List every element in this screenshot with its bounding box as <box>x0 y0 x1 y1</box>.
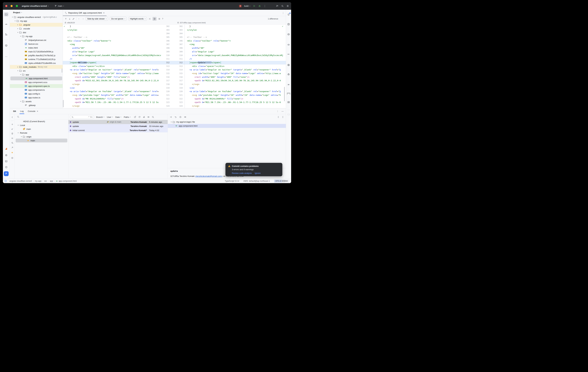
tree-item-my-app[interactable]: ▾my-app <box>10 19 63 23</box>
prev-change-button[interactable] <box>65 18 67 20</box>
match-case-toggle[interactable]: Cc <box>90 116 93 118</box>
tree-item-assets[interactable]: ▾assets <box>10 100 63 103</box>
tree-item-runtime.771c5fa6dd11d129.js[interactable]: JSruntime.771c5fa6dd11d129.js <box>10 57 63 61</box>
project-panel-header[interactable]: Project▾ <box>10 10 63 15</box>
diff-code-area[interactable]: ✓✓ ✓✓ }302302 }</style>303303</style>304… <box>63 25 286 108</box>
ui-designer-icon[interactable] <box>286 32 291 36</box>
favorite-star-icon[interactable]: ★ <box>11 151 13 154</box>
settings-button[interactable] <box>286 5 289 7</box>
history-clock-icon[interactable] <box>179 116 181 118</box>
tree-item-app.component.scss[interactable]: SAapp.component.scss <box>10 80 63 84</box>
git-icon[interactable] <box>4 171 9 176</box>
open-new-tab-icon[interactable] <box>134 116 136 118</box>
breadcrumb-item[interactable]: app.component.html <box>59 180 77 182</box>
vcs-widget[interactable]: main▾ <box>54 5 64 7</box>
breadcrumb-item[interactable]: app <box>50 180 53 182</box>
tree-item-dist[interactable]: ▾dist <box>10 30 63 34</box>
more-actions-button[interactable]: ⋮ <box>264 5 266 8</box>
log-search-input[interactable]: .*Cc <box>70 115 94 119</box>
tree-item-app.component.spec.ts[interactable]: TSapp.component.spec.ts <box>10 84 63 88</box>
tree-item-main.51718165e0e5f094.js[interactable]: JSmain.51718165e0e5f094.js <box>10 50 63 53</box>
tab-console[interactable]: Console✕ <box>28 108 38 114</box>
tree-item-app.config.ts[interactable]: TSapp.config.ts <box>10 92 63 96</box>
filter-paths[interactable]: Paths▾ <box>124 116 131 118</box>
tree-item-index.html[interactable]: <>index.html <box>10 46 63 50</box>
breadcrumb-item[interactable]: my-app <box>35 180 42 182</box>
filter-date[interactable]: Date▾ <box>115 116 121 118</box>
terminal-icon[interactable] <box>4 159 9 163</box>
preview-eye-icon[interactable] <box>184 116 186 118</box>
jump-to-source-icon[interactable] <box>170 116 172 118</box>
tree-item-favicon.ico[interactable]: favicon.ico <box>10 42 63 46</box>
tree-item-app.component.ts[interactable]: TSapp.component.ts <box>10 88 63 92</box>
problems-icon[interactable] <box>4 165 9 169</box>
changed-file-row[interactable]: <>app.component.html <box>168 124 286 128</box>
commit-row[interactable]: Initial commitTeruhiro Komaki*Today 4:32 <box>68 128 168 132</box>
expand-arrow-icon[interactable] <box>11 146 13 149</box>
close-icon[interactable]: ✕ <box>37 110 38 112</box>
json-braces-icon[interactable]: { } <box>286 112 291 116</box>
tree-item-src[interactable]: ▾src <box>10 69 63 73</box>
minimize-window-button[interactable] <box>10 5 13 7</box>
add-branch-icon[interactable] <box>11 123 13 125</box>
fetch-arrows-icon[interactable] <box>11 137 13 139</box>
tree-item-my-app[interactable]: ▾my-app <box>10 34 63 38</box>
toolwindow-options-icon[interactable]: ⋮ <box>277 110 279 112</box>
device-manager-icon[interactable] <box>286 63 291 67</box>
project-scrollbar[interactable] <box>62 69 62 73</box>
tree-item-styles.ef46db3751d8e999.css[interactable]: S3styles.ef46db3751d8e999.css <box>10 61 63 65</box>
regex-toggle[interactable]: .* <box>88 116 89 118</box>
review-code-analysis-link[interactable]: Review code analysis <box>232 172 252 174</box>
debug-button[interactable] <box>258 5 261 7</box>
changed-files-group[interactable]: ▾my-app/src/app1 file <box>168 120 286 124</box>
search-icon[interactable] <box>11 142 13 144</box>
branch-item-HEAD (Current Branch)[interactable]: HEAD (Current Branch) <box>15 120 68 123</box>
edit-source-button[interactable] <box>72 18 75 20</box>
rollback-icon[interactable] <box>175 116 177 118</box>
right-pane-scrollbar[interactable] <box>284 87 285 101</box>
tree-item-polyfills.4aecfb127e78c0d2.js[interactable]: JSpolyfills.4aecfb127e78c0d2.js <box>10 53 63 57</box>
layers-icon[interactable] <box>286 72 291 76</box>
branch-search-field[interactable] <box>15 114 68 120</box>
project-folder-icon[interactable] <box>4 12 9 16</box>
eye-icon[interactable] <box>147 116 149 118</box>
breadcrumb-item[interactable]: src <box>44 180 47 182</box>
tree-item-.vscode[interactable]: ▸.vscode <box>10 27 63 30</box>
hide-toolwindow-icon[interactable]: — <box>282 110 284 112</box>
run-button[interactable] <box>253 5 255 7</box>
branch-item-Remote[interactable]: ▾Remote <box>15 131 68 135</box>
diff-settings-button[interactable] <box>158 18 160 20</box>
expand-all-icon[interactable] <box>277 116 279 118</box>
packages-icon[interactable] <box>4 43 9 48</box>
highlight-policy-dropdown[interactable]: Highlight words▾ <box>128 17 147 21</box>
branch-item-main[interactable]: main <box>15 127 68 131</box>
forward-button[interactable] <box>82 18 84 20</box>
tree-item-.gitkeep[interactable]: .gitkeep <box>10 103 63 107</box>
search-everywhere-button[interactable] <box>281 5 284 7</box>
tree-item-app.routes.ts[interactable]: TSapp.routes.ts <box>10 96 63 100</box>
run-config-widget[interactable]: build▾ <box>239 5 250 7</box>
left-pane-scrollbar[interactable] <box>63 100 63 107</box>
aws-profile[interactable]: AWS: default@ap-northeast-1 <box>243 180 270 182</box>
tab-options-icon[interactable]: ⋮ <box>282 12 284 14</box>
back-button[interactable] <box>78 18 80 20</box>
typescript-version[interactable]: TypeScript 5.0.4 <box>225 180 239 182</box>
next-change-button[interactable] <box>69 18 71 20</box>
navigate-target-icon[interactable]: ◎ <box>11 156 13 159</box>
commit-row[interactable]: updateTeruhiro Komaki33 minutes ago <box>68 124 168 128</box>
search-icon[interactable] <box>152 116 154 118</box>
branch-item-main[interactable]: ★main <box>16 139 67 142</box>
code-with-me-button[interactable] <box>276 5 278 7</box>
breadcrumb-item[interactable]: angular-cloudflare-iemie3 <box>10 180 32 182</box>
tree-item-3rdpartylicenses.txt[interactable]: 3rdpartylicenses.txt <box>10 38 63 42</box>
plugin-orange-icon[interactable] <box>4 147 9 151</box>
tree-item-app[interactable]: ▾app <box>10 73 63 77</box>
memory-indicator[interactable]: 875 of 4096M <box>274 180 289 182</box>
tree-item-.angular[interactable]: ▸.angular <box>10 23 63 27</box>
x-plugin-icon[interactable] <box>286 43 291 47</box>
notifications-icon[interactable] <box>286 12 291 16</box>
zoom-window-button[interactable] <box>16 5 18 7</box>
checkout-arrow-icon[interactable] <box>11 128 13 130</box>
collapse-unchanged-button[interactable] <box>149 18 151 20</box>
author-email-link[interactable]: <teruhirokomaki@gmail.com> <box>195 175 223 177</box>
